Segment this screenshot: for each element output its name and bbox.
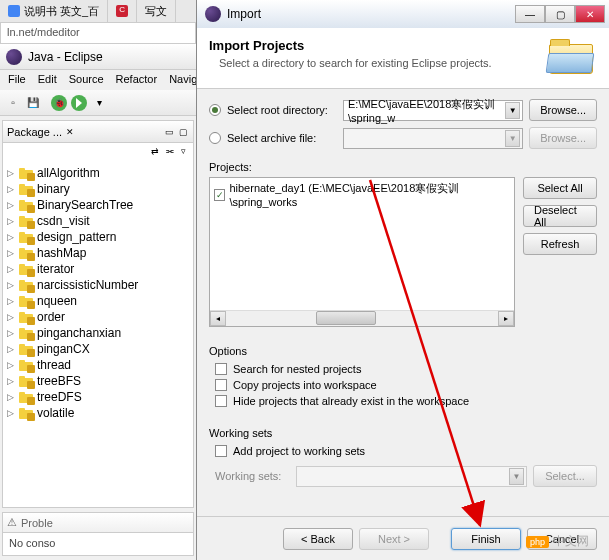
project-folder[interactable]: ▷volatile: [3, 405, 193, 421]
chevron-down-icon[interactable]: ▼: [505, 130, 520, 147]
back-button[interactable]: < Back: [283, 528, 353, 550]
eclipse-ide: 说明书 英文_百 C 写文 ln.net/mdeditor Java - Ecl…: [0, 0, 196, 560]
problems-icon: ⚠: [7, 516, 17, 529]
minimize-icon[interactable]: ▭: [163, 126, 175, 138]
new-icon[interactable]: ▫: [4, 94, 22, 112]
project-folder[interactable]: ▷thread: [3, 357, 193, 373]
project-folder[interactable]: ▷csdn_visit: [3, 213, 193, 229]
folder-icon: [19, 312, 33, 323]
project-tree[interactable]: ▷allAlgorithm▷binary▷BinarySearchTree▷cs…: [3, 163, 193, 507]
project-folder[interactable]: ▷pinganchanxian: [3, 325, 193, 341]
menu-edit[interactable]: Edit: [32, 70, 63, 90]
watermark: php 中文网: [526, 533, 589, 550]
package-explorer-header: Package ... ✕ ▭ ▢: [3, 121, 193, 143]
hide-existing-checkbox[interactable]: [215, 395, 227, 407]
refresh-button[interactable]: Refresh: [523, 233, 597, 255]
working-sets-text: Working sets:: [215, 470, 290, 482]
debug-icon[interactable]: 🐞: [50, 94, 68, 112]
eclipse-icon: [205, 6, 221, 22]
folder-icon: [19, 168, 33, 179]
select-all-button[interactable]: Select All: [523, 177, 597, 199]
expander-icon[interactable]: ▷: [7, 376, 19, 386]
archive-file-combo[interactable]: ▼: [343, 128, 523, 149]
project-folder[interactable]: ▷treeDFS: [3, 389, 193, 405]
expander-icon[interactable]: ▷: [7, 312, 19, 322]
project-item[interactable]: ✓ hibernate_day1 (E:\MEC\javaEE\2018寒假实训…: [210, 178, 514, 211]
project-folder[interactable]: ▷pinganCX: [3, 341, 193, 357]
folder-icon: [19, 344, 33, 355]
browse-root-button[interactable]: Browse...: [529, 99, 597, 121]
root-directory-combo[interactable]: E:\MEC\javaEE\2018寒假实训\spring_w ▼: [343, 100, 523, 121]
expander-icon[interactable]: ▷: [7, 232, 19, 242]
expander-icon[interactable]: ▷: [7, 168, 19, 178]
expander-icon[interactable]: ▷: [7, 184, 19, 194]
expander-icon[interactable]: ▷: [7, 296, 19, 306]
folder-icon: [19, 200, 33, 211]
browse-archive-button: Browse...: [529, 127, 597, 149]
close-button[interactable]: ✕: [575, 5, 605, 23]
folder-icon: [19, 392, 33, 403]
projects-listbox[interactable]: ✓ hibernate_day1 (E:\MEC\javaEE\2018寒假实训…: [209, 177, 515, 327]
root-directory-radio[interactable]: [209, 104, 221, 116]
horizontal-scrollbar[interactable]: ◂ ▸: [210, 310, 514, 326]
chevron-down-icon[interactable]: ▼: [505, 102, 520, 119]
archive-file-radio[interactable]: [209, 132, 221, 144]
address-bar[interactable]: ln.net/mdeditor: [0, 22, 196, 44]
folder-icon: [19, 248, 33, 259]
project-folder[interactable]: ▷BinarySearchTree: [3, 197, 193, 213]
project-folder[interactable]: ▷allAlgorithm: [3, 165, 193, 181]
projects-label: Projects:: [209, 161, 597, 173]
expander-icon[interactable]: ▷: [7, 264, 19, 274]
maximize-icon[interactable]: ▢: [177, 126, 189, 138]
browser-tab[interactable]: C: [108, 0, 137, 22]
scroll-right-icon[interactable]: ▸: [498, 311, 514, 326]
project-folder[interactable]: ▷binary: [3, 181, 193, 197]
folder-icon: [19, 216, 33, 227]
deselect-all-button[interactable]: Deselect All: [523, 205, 597, 227]
copy-workspace-checkbox[interactable]: [215, 379, 227, 391]
project-folder[interactable]: ▷narcissisticNumber: [3, 277, 193, 293]
run-icon[interactable]: [70, 94, 88, 112]
scroll-left-icon[interactable]: ◂: [210, 311, 226, 326]
finish-button[interactable]: Finish: [451, 528, 521, 550]
project-checkbox[interactable]: ✓: [214, 189, 225, 201]
expander-icon[interactable]: ▷: [7, 248, 19, 258]
save-icon[interactable]: 💾: [24, 94, 42, 112]
collapse-icon[interactable]: ⇄: [149, 145, 161, 157]
expander-icon[interactable]: ▷: [7, 408, 19, 418]
expander-icon[interactable]: ▷: [7, 216, 19, 226]
project-folder[interactable]: ▷design_pattern: [3, 229, 193, 245]
link-icon[interactable]: ⫘: [163, 145, 175, 157]
menu-icon[interactable]: ▿: [177, 145, 189, 157]
search-nested-checkbox[interactable]: [215, 363, 227, 375]
bottom-panel: ⚠ Proble No conso: [2, 512, 194, 556]
menu-refactor[interactable]: Refactor: [110, 70, 164, 90]
project-folder[interactable]: ▷order: [3, 309, 193, 325]
expander-icon[interactable]: ▷: [7, 328, 19, 338]
package-explorer-title: Package ...: [7, 126, 62, 138]
expander-icon[interactable]: ▷: [7, 344, 19, 354]
menu-file[interactable]: File: [2, 70, 32, 90]
package-toolbar: ⇄ ⫘ ▿: [3, 143, 193, 163]
maximize-button[interactable]: ▢: [545, 5, 575, 23]
expander-icon[interactable]: ▷: [7, 360, 19, 370]
minimize-button[interactable]: —: [515, 5, 545, 23]
expander-icon[interactable]: ▷: [7, 392, 19, 402]
menu-source[interactable]: Source: [63, 70, 110, 90]
add-working-sets-checkbox[interactable]: [215, 445, 227, 457]
project-folder[interactable]: ▷iterator: [3, 261, 193, 277]
expander-icon[interactable]: ▷: [7, 280, 19, 290]
browser-tab[interactable]: 写文: [137, 0, 176, 22]
chevron-down-icon: ▼: [509, 468, 524, 485]
select-working-sets-button: Select...: [533, 465, 597, 487]
working-sets-combo: ▼: [296, 466, 527, 487]
problems-tab[interactable]: ⚠ Proble: [3, 513, 193, 533]
project-folder[interactable]: ▷nqueen: [3, 293, 193, 309]
expander-icon[interactable]: ▷: [7, 200, 19, 210]
dropdown-icon[interactable]: ▾: [90, 94, 108, 112]
project-folder[interactable]: ▷treeBFS: [3, 373, 193, 389]
project-folder[interactable]: ▷hashMap: [3, 245, 193, 261]
folder-icon: [19, 376, 33, 387]
dialog-header: Import Projects Select a directory to se…: [197, 28, 609, 89]
browser-tab[interactable]: 说明书 英文_百: [0, 0, 108, 22]
